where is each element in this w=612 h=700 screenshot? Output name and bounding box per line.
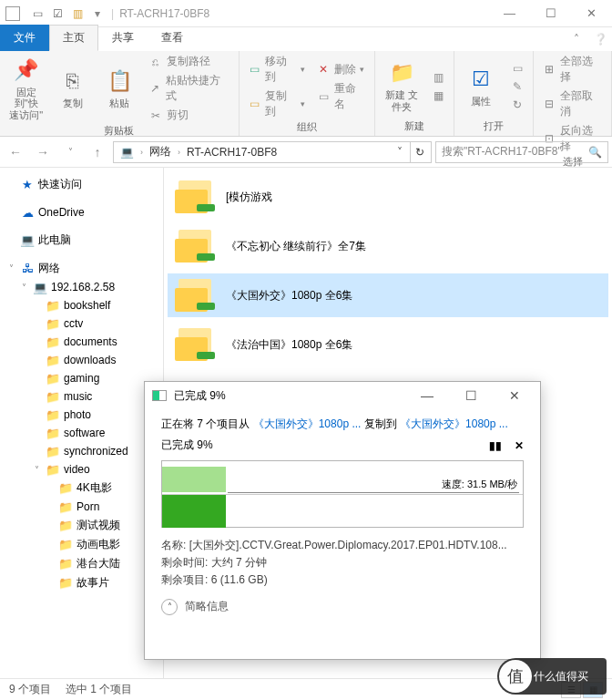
network-icon: 🖧 (20, 262, 35, 276)
tree-ip[interactable]: ˅💻192.168.2.58 (5, 278, 161, 296)
dialog-body: 正在将 7 个项目从 《大国外交》1080p ... 复制到 《大国外交》108… (145, 409, 540, 623)
dialog-maximize-button[interactable]: ☐ (453, 383, 489, 408)
tree-folder[interactable]: 📁documents (5, 333, 161, 351)
list-item[interactable]: 《大国外交》1080p 全6集 (168, 273, 608, 317)
folder-icon: 📁 (46, 353, 60, 367)
tree-folder[interactable]: 📁港台大陆 (5, 554, 161, 573)
watermark: 值什么值得买 (497, 658, 607, 695)
fewer-details-button[interactable]: ˄简略信息 (161, 599, 524, 615)
search-placeholder: 搜索"RT-ACRH17-0BF8" (442, 144, 562, 160)
tab-share[interactable]: 共享 (98, 25, 148, 51)
tree-folder[interactable]: 📁gaming (5, 369, 161, 387)
tree-folder[interactable]: 📁动画电影 (5, 535, 161, 554)
list-item[interactable]: 《法治中国》1080p 全6集 (168, 323, 608, 366)
moveto-icon: ▭ (248, 62, 262, 77)
pin-button[interactable]: 📌固定到"快 速访问" (5, 55, 46, 123)
tree-folder[interactable]: 📁synchronized (5, 442, 161, 460)
copy-path-button[interactable]: ⎌复制路径 (146, 53, 233, 70)
tree-folder[interactable]: 📁测试视频 (5, 516, 161, 535)
chevron-up-icon: ˄ (161, 599, 178, 615)
easy-access-icon[interactable]: ▦ (428, 88, 448, 104)
new-folder-icon[interactable]: ▥ (69, 5, 86, 22)
tree-folder[interactable]: 📁4K电影 (5, 479, 161, 498)
tab-view[interactable]: 查看 (148, 25, 197, 51)
open-icon[interactable]: ▭ (507, 60, 527, 77)
copy-button[interactable]: ⎘复制 (52, 66, 93, 111)
dialog-title: 已完成 9% (174, 388, 226, 404)
tree-folder[interactable]: 📁Porn (5, 498, 161, 516)
nav-tree[interactable]: ★快速访问 ☁OneDrive 💻此电脑 ˅🖧网络 ˅💻192.168.2.58… (0, 168, 164, 678)
group-label: 剪贴板 (5, 124, 233, 140)
list-item[interactable]: 《不忘初心 继续前行》全7集 (168, 224, 608, 268)
tree-folder[interactable]: 📁bookshelf (5, 296, 161, 314)
tree-folder[interactable]: 📁downloads (5, 351, 161, 369)
copy-progress-icon (152, 390, 167, 401)
folder-icon: 📁 (58, 538, 73, 552)
list-item[interactable]: [模仿游戏 (168, 175, 608, 219)
qat-dropdown-icon[interactable]: ▾ (89, 5, 106, 22)
tree-onedrive[interactable]: ☁OneDrive (5, 203, 161, 221)
tree-folder[interactable]: 📁故事片 (5, 573, 161, 592)
folder-icon: 📁 (46, 298, 60, 313)
tree-quickaccess[interactable]: ★快速访问 (5, 175, 161, 194)
dest-link[interactable]: 《大国外交》1080p ... (400, 417, 508, 430)
paste-shortcut-button[interactable]: ↗粘贴快捷方式 (146, 72, 233, 105)
tree-thispc[interactable]: 💻此电脑 (5, 231, 161, 250)
star-icon: ★ (20, 178, 35, 192)
history-icon[interactable]: ↻ (507, 97, 527, 113)
tree-folder[interactable]: 📁software (5, 424, 161, 442)
copy-description: 正在将 7 个项目从 《大国外交》1080p ... 复制到 《大国外交》108… (161, 417, 524, 432)
copyto-icon: ▭ (248, 97, 262, 111)
history-dropdown[interactable]: ˅ (58, 140, 82, 164)
dialog-close-button[interactable]: ✕ (496, 383, 533, 408)
address-dropdown-icon[interactable]: ˅ (392, 146, 408, 159)
tree-folder[interactable]: 📁photo (5, 406, 161, 424)
tree-folder[interactable]: 📁music (5, 387, 161, 406)
paste-button[interactable]: 📋粘贴 (98, 66, 139, 111)
tree-network[interactable]: ˅🖧网络 (5, 259, 161, 278)
new-folder-button[interactable]: 📁新建 文件夹 (381, 57, 423, 114)
moveto-button[interactable]: ▭移动到 ▾ (245, 53, 309, 86)
clipboard-extras: ⎌复制路径 ↗粘贴快捷方式 ✂剪切 (146, 53, 233, 124)
checkbox-icon[interactable]: ☑ (49, 5, 66, 22)
source-link[interactable]: 《大国外交》1080p ... (253, 417, 362, 430)
edit-icon[interactable]: ✎ (507, 78, 527, 95)
tab-file[interactable]: 文件 (0, 25, 49, 51)
cancel-button[interactable]: ✕ (515, 439, 524, 452)
select-all-button[interactable]: ⊞全部选择 (539, 53, 606, 86)
copyto-button[interactable]: ▭复制到 ▾ (245, 88, 309, 120)
pc-icon: 💻 (20, 233, 35, 248)
breadcrumb-location[interactable]: RT-ACRH17-0BF8 (182, 142, 281, 162)
help-icon[interactable]: ❔ (588, 27, 612, 51)
system-menu-icon[interactable] (5, 6, 20, 21)
refresh-button[interactable]: ↻ (410, 142, 429, 162)
tree-folder[interactable]: ˅📁video (5, 460, 161, 479)
tree-folder[interactable]: 📁cctv (5, 314, 161, 333)
properties-icon[interactable]: ▭ (29, 5, 46, 22)
pc-icon[interactable]: 💻 (116, 142, 138, 162)
tab-home[interactable]: 主页 (49, 25, 98, 51)
up-button[interactable]: ↑ (86, 140, 109, 164)
forward-button[interactable]: → (31, 140, 55, 164)
new-item-icon[interactable]: ▥ (428, 69, 448, 86)
select-none-button[interactable]: ⊟全部取消 (539, 88, 606, 120)
ribbon-tabs: 文件 主页 共享 查看 ˄ ❔ (0, 27, 612, 51)
pause-button[interactable]: ▮▮ (489, 439, 502, 452)
item-label: [模仿游戏 (226, 190, 272, 205)
delete-icon: ✕ (316, 62, 331, 77)
rename-button[interactable]: ▭重命名 (313, 80, 369, 113)
select-all-icon: ⊞ (542, 62, 556, 77)
ribbon-group-select: ⊞全部选择 ⊟全部取消 ⊡反向选择 选择 (534, 51, 612, 136)
cut-button[interactable]: ✂剪切 (146, 107, 233, 124)
search-box[interactable]: 搜索"RT-ACRH17-0BF8"🔍 (435, 141, 608, 163)
properties-button[interactable]: ☑属性 (460, 64, 502, 109)
back-button[interactable]: ← (4, 140, 27, 164)
ribbon-collapse-icon[interactable]: ˄ (565, 27, 588, 51)
dialog-minimize-button[interactable]: — (409, 383, 445, 408)
maximize-button[interactable]: ☐ (530, 0, 571, 27)
minimize-button[interactable]: — (489, 0, 530, 27)
delete-button[interactable]: ✕删除 ▾ (313, 61, 369, 78)
close-button[interactable]: ✕ (571, 0, 612, 27)
address-bar[interactable]: 💻› 网络› RT-ACRH17-0BF8 ˅ ↻ (113, 141, 432, 163)
breadcrumb-network[interactable]: 网络 (145, 142, 176, 162)
